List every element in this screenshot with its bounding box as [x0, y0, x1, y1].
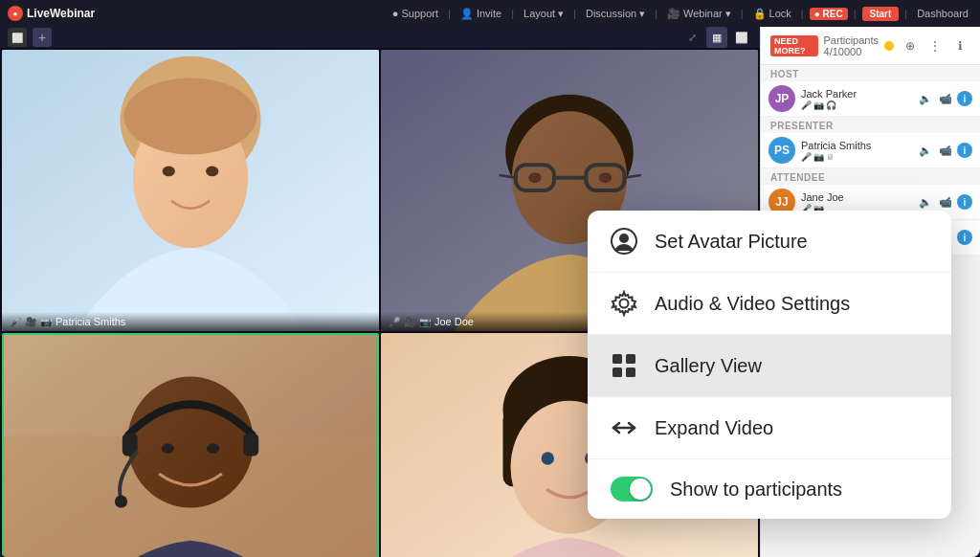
brand-icon: ● [8, 6, 23, 21]
avatar-patricia: PS [768, 137, 795, 164]
svg-rect-35 [626, 354, 635, 364]
participant-item-patricia[interactable]: PS Patricia Smiths 🎤 📷 🖥 🔈 📹 i [761, 133, 980, 168]
info-janejoe-button[interactable]: i [957, 194, 972, 210]
section-host-label: HOST [761, 65, 980, 81]
svg-rect-36 [612, 368, 622, 377]
gear-icon [611, 290, 637, 317]
section-presenter-label: PRESENTER [761, 117, 980, 133]
context-menu: Set Avatar Picture Audio & Video Setting… [588, 211, 951, 519]
layout-single-icon[interactable]: ⬜ [731, 27, 752, 48]
nav-layout[interactable]: Layout ▾ [520, 8, 568, 20]
show-participants-toggle[interactable] [611, 477, 653, 501]
svg-rect-34 [612, 354, 622, 364]
nav-discussion[interactable]: Discussion ▾ [582, 8, 649, 20]
svg-point-14 [528, 172, 541, 183]
svg-point-23 [207, 443, 219, 454]
cam-janejoe-button[interactable]: 📹 [937, 193, 954, 211]
participant-actions-janejoe: 🔈 📹 i [917, 193, 972, 211]
participant-name-patricia: Patricia Smiths [801, 140, 911, 151]
expand-icon [611, 414, 637, 441]
svg-rect-37 [626, 368, 635, 377]
menu-expand-video[interactable]: Expand Video [588, 397, 951, 459]
avatar-bg-patricia: PS [768, 137, 795, 164]
participant-name-janejoe: Jane Joe [801, 191, 911, 203]
participant-name-label-joe: Joe Doe [434, 316, 474, 327]
svg-point-33 [620, 300, 629, 308]
mute-janejoe-button[interactable]: 🔈 [917, 193, 934, 211]
brand-logo: ● LiveWebinar [8, 6, 95, 21]
participants-actions: ⊕ ⋮ ℹ [900, 35, 970, 56]
participants-count: Participants 4/10000 [824, 34, 879, 57]
nav-dashboard[interactable]: Dashboard [913, 8, 972, 19]
video-label-patricia: 🎤 🎥 📷 Patricia Smiths [2, 312, 379, 331]
top-nav: ● LiveWebinar ● Support | 👤 Invite | Lay… [0, 0, 980, 27]
panel-info-button[interactable]: ℹ [949, 35, 970, 56]
avatar-bg-jack: JP [768, 85, 795, 112]
mic-status: 🎤 [801, 100, 812, 110]
participant-cam-button[interactable]: 📹 [937, 90, 954, 107]
brand-name: LiveWebinar [27, 7, 95, 20]
participant-mute-button[interactable]: 🔈 [917, 90, 934, 107]
svg-point-32 [619, 234, 629, 243]
cam-status: 📷 [813, 152, 824, 162]
svg-point-5 [206, 167, 218, 177]
mute-patricia-button[interactable]: 🔈 [917, 142, 934, 159]
avatar-jack: JP [768, 85, 795, 112]
app-container: ● LiveWebinar ● Support | 👤 Invite | Lay… [0, 0, 980, 557]
svg-point-18 [127, 377, 254, 508]
video-cell-jack[interactable]: 🎤 🎥 📷 Jack Parker [2, 333, 379, 557]
video-toolbar: ⬜ + ⤢ ▦ ⬜ [0, 27, 760, 48]
add-tab-button[interactable]: + [33, 28, 52, 47]
panel-menu-button[interactable]: ⋮ [924, 35, 946, 56]
cam-status: 📷 [813, 100, 824, 110]
camera-icon: 🎥 [25, 317, 36, 327]
nav-support[interactable]: ● Support [389, 8, 442, 19]
mic-icon-joe: 🎤 [389, 317, 400, 327]
svg-point-4 [163, 167, 175, 177]
svg-point-22 [162, 443, 174, 454]
nav-lock[interactable]: 🔒 Lock [749, 8, 795, 20]
video-cell-patricia[interactable]: 🎤 🎥 📷 Patricia Smiths [2, 50, 379, 331]
participant-item-jack[interactable]: JP Jack Parker 🎤 📷 🎧 🔈 📹 i [761, 81, 980, 117]
avatar-icon [611, 228, 637, 255]
menu-gallery-view[interactable]: Gallery View [588, 335, 951, 397]
toggle-knob [630, 479, 651, 500]
layout-fullscreen-icon[interactable]: ⤢ [681, 27, 702, 48]
participant-info-jack: Jack Parker 🎤 📷 🎧 [801, 88, 911, 110]
nav-webinar[interactable]: 🎥 Webinar ▾ [663, 8, 735, 20]
add-participant-button[interactable]: ⊕ [900, 35, 921, 56]
status-dot [884, 41, 894, 51]
participant-info-button[interactable]: i [957, 91, 972, 106]
layout-grid-icon[interactable]: ▦ [706, 27, 727, 48]
need-more-badge[interactable]: NEED MORE? [770, 35, 818, 56]
svg-point-3 [124, 78, 257, 154]
expand-video-label: Expand Video [655, 417, 773, 439]
cam-patricia-button[interactable]: 📹 [937, 142, 954, 159]
participant-actions-patricia: 🔈 📹 i [917, 142, 972, 159]
info-joedoe-button[interactable]: i [957, 230, 972, 245]
audio-video-label: Audio & Video Settings [655, 293, 850, 315]
menu-set-avatar[interactable]: Set Avatar Picture [588, 211, 951, 273]
menu-audio-video[interactable]: Audio & Video Settings [588, 273, 951, 335]
rec-badge[interactable]: ● REC [810, 8, 848, 20]
info-patricia-button[interactable]: i [957, 143, 972, 158]
grid-icon [611, 352, 637, 379]
participant-info-patricia: Patricia Smiths 🎤 📷 🖥 [801, 140, 911, 162]
layout-icons: ⤢ ▦ ⬜ [681, 27, 752, 48]
participant-media-icons: 🎤 📷 🎧 [801, 100, 911, 110]
participant-actions-jack: 🔈 📹 i [917, 90, 972, 107]
screen-icon[interactable]: ⬜ [8, 28, 27, 47]
set-avatar-label: Set Avatar Picture [655, 231, 808, 253]
section-attendee-label: ATTENDEE [761, 168, 980, 185]
menu-show-participants[interactable]: Show to participants [588, 459, 951, 519]
mic-status: 🎤 [801, 152, 812, 162]
camera-icon-joe: 🎥 [404, 317, 415, 327]
screen-share-icon: 📷 [40, 317, 52, 327]
nav-invite[interactable]: 👤 Invite [457, 8, 505, 20]
svg-point-15 [599, 172, 612, 183]
svg-point-29 [542, 452, 554, 464]
mic-icon: 🎤 [10, 317, 21, 327]
gallery-view-label: Gallery View [655, 355, 762, 377]
participant-name-label: Patricia Smiths [56, 316, 125, 327]
start-button[interactable]: Start [862, 7, 900, 21]
